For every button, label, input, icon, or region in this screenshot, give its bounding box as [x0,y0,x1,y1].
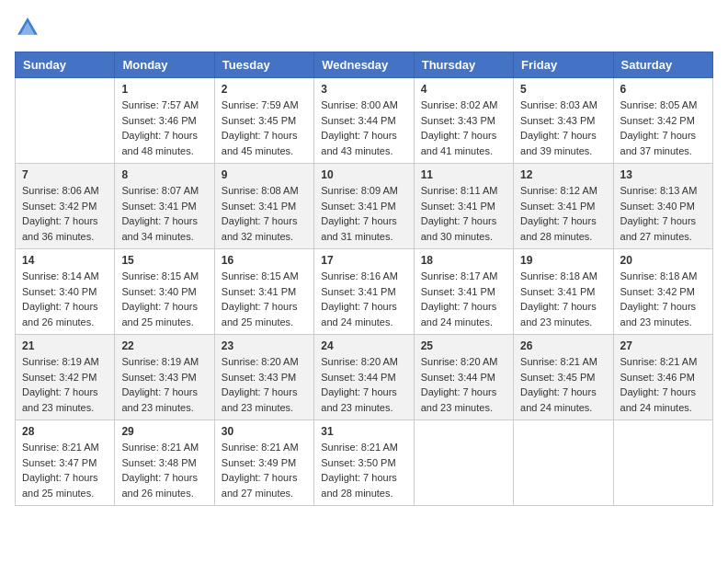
day-header-sunday: Sunday [16,52,115,78]
day-number: 23 [222,339,307,352]
day-info: Sunrise: 8:21 AM Sunset: 3:46 PM Dayligh… [620,354,706,415]
day-number: 9 [222,168,307,181]
day-number: 26 [520,339,606,352]
day-number: 2 [222,83,307,96]
day-number: 1 [121,83,207,96]
day-number: 10 [321,168,406,181]
day-info: Sunrise: 8:19 AM Sunset: 3:42 PM Dayligh… [22,354,108,415]
day-number: 31 [321,425,406,438]
day-number: 11 [421,168,506,181]
day-info: Sunrise: 8:15 AM Sunset: 3:40 PM Dayligh… [121,269,207,329]
day-number: 27 [620,339,706,352]
day-number: 6 [620,83,706,96]
day-number: 30 [222,425,307,438]
day-number: 15 [121,254,207,267]
day-header-thursday: Thursday [414,52,513,78]
day-number: 3 [321,83,406,96]
day-header-tuesday: Tuesday [214,52,313,78]
calendar-cell: 1Sunrise: 7:57 AM Sunset: 3:46 PM Daylig… [115,78,214,164]
calendar-table: SundayMondayTuesdayWednesdayThursdayFrid… [15,52,713,506]
calendar-cell: 18Sunrise: 8:17 AM Sunset: 3:41 PM Dayli… [414,249,513,335]
calendar-cell: 28Sunrise: 8:21 AM Sunset: 3:47 PM Dayli… [16,420,115,506]
calendar-cell: 6Sunrise: 8:05 AM Sunset: 3:42 PM Daylig… [613,78,712,164]
day-info: Sunrise: 8:16 AM Sunset: 3:41 PM Dayligh… [321,269,406,329]
day-info: Sunrise: 8:11 AM Sunset: 3:41 PM Dayligh… [421,183,506,244]
day-info: Sunrise: 8:03 AM Sunset: 3:43 PM Dayligh… [520,98,606,158]
calendar-cell: 27Sunrise: 8:21 AM Sunset: 3:46 PM Dayli… [613,335,712,420]
day-info: Sunrise: 8:21 AM Sunset: 3:47 PM Dayligh… [22,440,108,500]
calendar-cell: 11Sunrise: 8:11 AM Sunset: 3:41 PM Dayli… [414,164,513,249]
day-info: Sunrise: 8:06 AM Sunset: 3:42 PM Dayligh… [22,183,108,244]
calendar-cell: 30Sunrise: 8:21 AM Sunset: 3:49 PM Dayli… [214,420,313,506]
day-info: Sunrise: 8:13 AM Sunset: 3:40 PM Dayligh… [620,183,706,244]
calendar-cell [613,420,712,506]
page-header [15,15,713,40]
day-number: 29 [121,425,207,438]
calendar-cell: 26Sunrise: 8:21 AM Sunset: 3:45 PM Dayli… [514,335,613,420]
calendar-cell: 24Sunrise: 8:20 AM Sunset: 3:44 PM Dayli… [314,335,414,420]
day-number: 18 [421,254,506,267]
day-number: 20 [620,254,706,267]
day-info: Sunrise: 8:20 AM Sunset: 3:44 PM Dayligh… [421,354,506,415]
calendar-cell [16,78,115,164]
day-info: Sunrise: 8:18 AM Sunset: 3:42 PM Dayligh… [620,269,706,329]
day-header-monday: Monday [115,52,214,78]
day-number: 22 [121,339,207,352]
calendar-cell: 13Sunrise: 8:13 AM Sunset: 3:40 PM Dayli… [613,164,712,249]
day-info: Sunrise: 8:21 AM Sunset: 3:45 PM Dayligh… [520,354,606,415]
day-info: Sunrise: 8:15 AM Sunset: 3:41 PM Dayligh… [222,269,307,329]
calendar-cell: 17Sunrise: 8:16 AM Sunset: 3:41 PM Dayli… [314,249,414,335]
day-info: Sunrise: 8:14 AM Sunset: 3:40 PM Dayligh… [22,269,108,329]
day-info: Sunrise: 7:59 AM Sunset: 3:45 PM Dayligh… [222,98,307,158]
calendar-cell: 19Sunrise: 8:18 AM Sunset: 3:41 PM Dayli… [514,249,613,335]
calendar-cell: 25Sunrise: 8:20 AM Sunset: 3:44 PM Dayli… [414,335,513,420]
calendar-cell: 23Sunrise: 8:20 AM Sunset: 3:43 PM Dayli… [214,335,313,420]
day-info: Sunrise: 8:18 AM Sunset: 3:41 PM Dayligh… [520,269,606,329]
calendar-cell: 31Sunrise: 8:21 AM Sunset: 3:50 PM Dayli… [314,420,414,506]
day-info: Sunrise: 8:21 AM Sunset: 3:50 PM Dayligh… [321,440,406,500]
day-header-friday: Friday [514,52,613,78]
day-info: Sunrise: 8:17 AM Sunset: 3:41 PM Dayligh… [421,269,506,329]
logo [15,15,42,40]
day-number: 8 [121,168,207,181]
day-info: Sunrise: 8:05 AM Sunset: 3:42 PM Dayligh… [620,98,706,158]
day-number: 14 [22,254,108,267]
calendar-cell: 9Sunrise: 8:08 AM Sunset: 3:41 PM Daylig… [214,164,313,249]
calendar-cell [414,420,513,506]
calendar-cell: 21Sunrise: 8:19 AM Sunset: 3:42 PM Dayli… [16,335,115,420]
day-number: 28 [22,425,108,438]
day-info: Sunrise: 8:07 AM Sunset: 3:41 PM Dayligh… [121,183,207,244]
day-number: 25 [421,339,506,352]
calendar-cell: 29Sunrise: 8:21 AM Sunset: 3:48 PM Dayli… [115,420,214,506]
day-number: 16 [222,254,307,267]
calendar-cell: 7Sunrise: 8:06 AM Sunset: 3:42 PM Daylig… [16,164,115,249]
day-info: Sunrise: 7:57 AM Sunset: 3:46 PM Dayligh… [121,98,207,158]
day-info: Sunrise: 8:20 AM Sunset: 3:43 PM Dayligh… [222,354,307,415]
calendar-cell: 12Sunrise: 8:12 AM Sunset: 3:41 PM Dayli… [514,164,613,249]
day-info: Sunrise: 8:09 AM Sunset: 3:41 PM Dayligh… [321,183,406,244]
day-info: Sunrise: 8:00 AM Sunset: 3:44 PM Dayligh… [321,98,406,158]
day-number: 17 [321,254,406,267]
day-info: Sunrise: 8:20 AM Sunset: 3:44 PM Dayligh… [321,354,406,415]
day-info: Sunrise: 8:12 AM Sunset: 3:41 PM Dayligh… [520,183,606,244]
calendar-cell: 10Sunrise: 8:09 AM Sunset: 3:41 PM Dayli… [314,164,414,249]
calendar-cell: 5Sunrise: 8:03 AM Sunset: 3:43 PM Daylig… [514,78,613,164]
day-header-saturday: Saturday [613,52,712,78]
day-number: 24 [321,339,406,352]
logo-icon [15,15,40,40]
calendar-cell: 2Sunrise: 7:59 AM Sunset: 3:45 PM Daylig… [214,78,313,164]
day-number: 13 [620,168,706,181]
day-number: 4 [421,83,506,96]
calendar-cell: 14Sunrise: 8:14 AM Sunset: 3:40 PM Dayli… [16,249,115,335]
day-info: Sunrise: 8:02 AM Sunset: 3:43 PM Dayligh… [421,98,506,158]
day-info: Sunrise: 8:08 AM Sunset: 3:41 PM Dayligh… [222,183,307,244]
day-info: Sunrise: 8:21 AM Sunset: 3:48 PM Dayligh… [121,440,207,500]
calendar-cell: 20Sunrise: 8:18 AM Sunset: 3:42 PM Dayli… [613,249,712,335]
day-number: 12 [520,168,606,181]
day-header-wednesday: Wednesday [314,52,414,78]
calendar-cell: 8Sunrise: 8:07 AM Sunset: 3:41 PM Daylig… [115,164,214,249]
day-number: 21 [22,339,108,352]
day-number: 7 [22,168,108,181]
calendar-cell: 16Sunrise: 8:15 AM Sunset: 3:41 PM Dayli… [214,249,313,335]
day-info: Sunrise: 8:21 AM Sunset: 3:49 PM Dayligh… [222,440,307,500]
